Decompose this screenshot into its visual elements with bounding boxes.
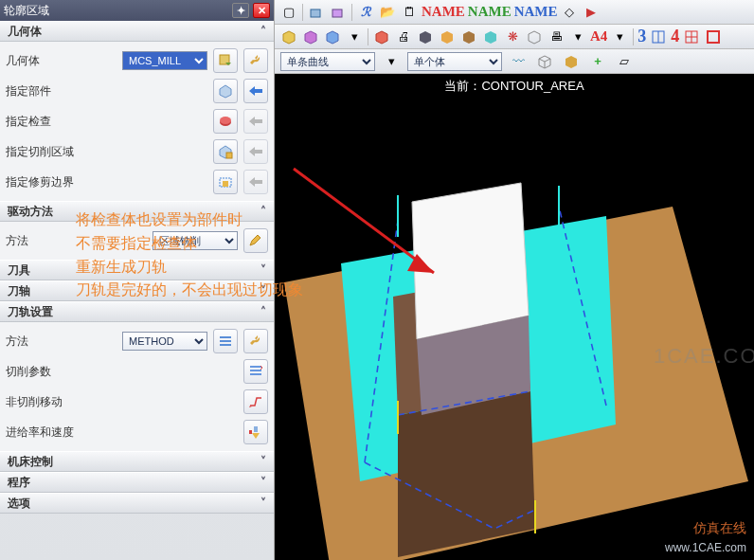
layout3-icon[interactable] bbox=[648, 27, 669, 47]
cube-orange-icon[interactable] bbox=[437, 27, 458, 47]
graphics-viewport[interactable]: 当前：CONTOUR_AREA bbox=[275, 74, 754, 560]
sheet-icon[interactable]: ▱ bbox=[614, 51, 635, 72]
name-text-1[interactable]: NAME bbox=[421, 4, 466, 20]
noncut-label: 非切削移动 bbox=[6, 394, 238, 410]
svg-rect-6 bbox=[254, 426, 258, 432]
gear-red-icon[interactable]: ❋ bbox=[502, 27, 523, 47]
feedrate-icon[interactable] bbox=[243, 420, 268, 444]
layout4-icon[interactable] bbox=[681, 27, 702, 47]
edit-icon[interactable]: 🗒 bbox=[399, 2, 420, 23]
cutparams-icon[interactable] bbox=[243, 359, 268, 384]
dropdown3-icon[interactable]: ▾ bbox=[609, 27, 630, 47]
section-machine-ctrl[interactable]: 机床控制 ˅ bbox=[0, 451, 274, 472]
drive-method-select[interactable]: 区域铣削 bbox=[153, 231, 238, 250]
path-method-select[interactable]: METHOD bbox=[122, 332, 207, 351]
a4-button[interactable]: A4 bbox=[589, 28, 608, 45]
dialog-header[interactable]: 轮廓区域 ✦ ✕ bbox=[0, 0, 274, 21]
path-method-label: 方法 bbox=[6, 334, 117, 350]
name-text-2[interactable]: NAME bbox=[467, 4, 512, 20]
section-program[interactable]: 程序 ˅ bbox=[0, 472, 274, 493]
chevron-down-icon: ˅ bbox=[260, 476, 266, 489]
path-method-inherit-icon[interactable] bbox=[213, 329, 238, 353]
main-toolbar: ▢ ℛ 📂 🗒 NAME NAME NAME ◇ ▶ bbox=[275, 0, 754, 25]
watermark-br-1: 仿真在线 bbox=[693, 520, 746, 537]
noncut-icon[interactable] bbox=[243, 389, 268, 414]
trim-show-icon[interactable] bbox=[243, 170, 268, 194]
contour-area-dialog: 轮廓区域 ✦ ✕ 几何体 ˄ 几何体 MCS_MILL 指定部件 bbox=[0, 0, 275, 560]
cube-yellow-icon[interactable] bbox=[278, 27, 299, 47]
extract2-icon[interactable] bbox=[328, 2, 349, 23]
section-tool[interactable]: 刀具 ˅ bbox=[0, 260, 274, 280]
filter-dropdown-icon[interactable]: ▾ bbox=[381, 51, 402, 72]
curve-icon[interactable]: 〰 bbox=[508, 51, 529, 72]
cube-red-icon[interactable] bbox=[371, 27, 392, 47]
svg-rect-7 bbox=[249, 430, 252, 434]
body-filter-select[interactable]: 单个体 bbox=[407, 52, 502, 71]
cube-purple-icon[interactable] bbox=[300, 27, 321, 47]
print2-icon[interactable]: 🖶 bbox=[546, 27, 566, 47]
plus-icon[interactable]: + bbox=[587, 51, 608, 72]
dropdown-icon[interactable]: ▾ bbox=[344, 27, 365, 47]
dropdown2-icon[interactable]: ▾ bbox=[567, 27, 588, 47]
cube-dark-icon[interactable] bbox=[415, 27, 436, 47]
part-show-icon[interactable] bbox=[243, 79, 268, 103]
section-program-label: 程序 bbox=[8, 475, 30, 491]
solid-cube-icon[interactable] bbox=[561, 51, 582, 72]
print-icon[interactable]: 🖨 bbox=[393, 27, 414, 47]
script-icon[interactable]: ℛ bbox=[355, 2, 376, 23]
diamond-icon[interactable]: ◇ bbox=[559, 2, 580, 23]
section-options[interactable]: 选项 ˅ bbox=[0, 493, 274, 514]
drive-body: 方法 区域铣削 bbox=[0, 222, 274, 260]
cutarea-show-icon[interactable] bbox=[243, 139, 268, 164]
cube-outline-icon[interactable] bbox=[524, 27, 545, 47]
section-drive[interactable]: 驱动方法 ˄ bbox=[0, 201, 274, 222]
secondary-toolbar: ▾ 🖨 ❋ 🖶 ▾ A4 ▾ 3 4 bbox=[275, 25, 754, 49]
geometry-body: 几何体 MCS_MILL 指定部件 指定检查 指定切削区域 bbox=[0, 42, 274, 201]
cube-cyan-icon[interactable] bbox=[480, 27, 501, 47]
check-show-icon[interactable] bbox=[243, 109, 268, 134]
wire-cube-icon[interactable] bbox=[534, 51, 555, 72]
name-text-3[interactable]: NAME bbox=[513, 4, 559, 20]
svg-rect-3 bbox=[226, 153, 232, 158]
trim-label: 指定修剪边界 bbox=[6, 174, 207, 190]
section-tool-axis[interactable]: 刀轴 ˅ bbox=[0, 280, 274, 301]
close-icon[interactable]: ✕ bbox=[253, 3, 270, 18]
check-select-icon[interactable] bbox=[213, 109, 238, 134]
section-geometry[interactable]: 几何体 ˄ bbox=[0, 21, 274, 42]
legend-4-button[interactable]: 4 bbox=[670, 27, 680, 46]
selection-bar: 单条曲线 ▾ 单个体 〰 + ▱ bbox=[275, 49, 754, 74]
chevron-down-icon: ˅ bbox=[260, 284, 266, 298]
section-geometry-label: 几何体 bbox=[8, 24, 42, 40]
cutparams-label: 切削参数 bbox=[6, 364, 238, 380]
chevron-down-icon: ˅ bbox=[260, 263, 266, 277]
layout-red-icon[interactable] bbox=[703, 27, 724, 47]
svg-rect-9 bbox=[332, 9, 342, 17]
cube-brown-icon[interactable] bbox=[458, 27, 479, 47]
feedrate-label: 进给率和速度 bbox=[6, 425, 238, 441]
extract-icon[interactable] bbox=[306, 2, 327, 23]
check-label: 指定检查 bbox=[6, 114, 207, 130]
cube-blue-icon[interactable] bbox=[322, 27, 343, 47]
part-select-icon[interactable] bbox=[213, 79, 238, 103]
chevron-up-icon: ˄ bbox=[260, 305, 266, 318]
window-icon[interactable]: ▢ bbox=[278, 2, 299, 23]
viewport-operation-label: 当前：CONTOUR_AREA bbox=[444, 78, 583, 95]
watermark-br-2: www.1CAE.com bbox=[665, 541, 746, 554]
chevron-down-icon: ˅ bbox=[260, 455, 266, 468]
play-db-icon[interactable]: ▶ bbox=[581, 2, 601, 23]
legend-3-button[interactable]: 3 bbox=[637, 27, 647, 46]
pin-icon[interactable]: ✦ bbox=[232, 3, 249, 18]
curve-filter-select[interactable]: 单条曲线 bbox=[280, 52, 375, 71]
folder-open-icon[interactable]: 📂 bbox=[377, 2, 398, 23]
drive-method-label: 方法 bbox=[6, 233, 147, 249]
wrench-icon[interactable] bbox=[243, 48, 268, 73]
svg-point-2 bbox=[220, 117, 231, 124]
new-geometry-icon[interactable] bbox=[213, 48, 238, 73]
cutarea-select-icon[interactable] bbox=[213, 139, 238, 164]
geometry-select[interactable]: MCS_MILL bbox=[122, 51, 207, 70]
path-method-wrench-icon[interactable] bbox=[243, 329, 268, 353]
section-path[interactable]: 刀轨设置 ˄ bbox=[0, 301, 274, 322]
cutarea-label: 指定切削区域 bbox=[6, 144, 207, 160]
trim-select-icon[interactable] bbox=[213, 170, 238, 194]
drive-edit-icon[interactable] bbox=[243, 228, 268, 253]
